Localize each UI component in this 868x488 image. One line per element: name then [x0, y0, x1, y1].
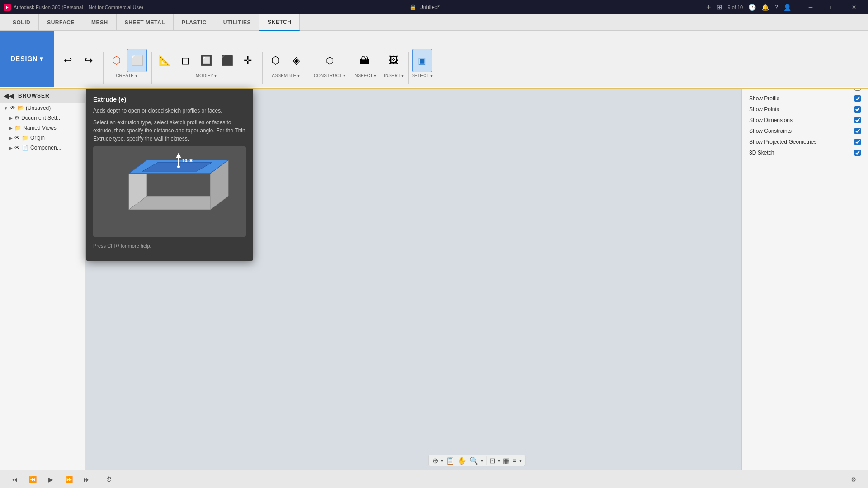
minimize-button[interactable]: ─ [800, 0, 821, 14]
3d-sketch-row: 3D Sketch [742, 147, 868, 158]
insert-label[interactable]: INSERT ▾ [384, 73, 404, 78]
tab-mesh[interactable]: MESH [83, 14, 117, 31]
folder-icon: 📁 [14, 125, 21, 131]
create-btn2[interactable]: ⬜ [127, 49, 147, 72]
snap-icon[interactable]: ⊕ [432, 456, 438, 465]
tab-plastic[interactable]: PLASTIC [174, 14, 215, 31]
tab-sketch[interactable]: SKETCH [259, 14, 300, 31]
sidebar-item-document[interactable]: ▶ ⚙ Document Sett... [0, 113, 85, 123]
show-constraints-row: Show Constraints [742, 126, 868, 136]
show-constraints-checkbox[interactable] [854, 128, 861, 134]
gear-icon: ⚙ [14, 115, 19, 121]
display-icon[interactable]: ≡ [512, 456, 516, 465]
timeline-button[interactable]: ⏱ [102, 473, 116, 486]
create-btn1[interactable]: ⬡ [106, 49, 126, 72]
view-dropdown[interactable]: ▾ [498, 458, 500, 463]
construct-label[interactable]: CONSTRUCT ▾ [314, 73, 345, 78]
grid-icon[interactable]: ▦ [503, 456, 509, 465]
expand-icon: ▶ [9, 136, 13, 141]
show-profile-checkbox[interactable] [854, 95, 861, 102]
clock-icon[interactable]: 🕐 [748, 4, 756, 11]
sep1 [103, 52, 104, 84]
bell-icon[interactable]: 🔔 [761, 4, 769, 11]
assemble-btn2[interactable]: ◈ [286, 49, 306, 72]
insert-btn1[interactable]: 🖼 [384, 49, 404, 72]
view-icon[interactable]: ⊡ [489, 456, 495, 465]
show-points-checkbox[interactable] [854, 106, 861, 113]
sidebar-item-component[interactable]: ▶ 👁 📄 Componen... [0, 143, 85, 153]
tooltip-image: 10.00 [93, 146, 246, 237]
modify-btn2[interactable]: ◻ [175, 49, 195, 72]
page-count: 9 of 10 [728, 5, 743, 10]
sep5 [350, 52, 350, 84]
sidebar-item-label: Componen... [30, 145, 61, 151]
expand-icon: ▶ [9, 126, 13, 131]
sidebar-item-label: Document Sett... [21, 115, 61, 121]
3d-sketch-checkbox[interactable] [854, 150, 861, 156]
zoom-dropdown[interactable]: ▾ [481, 458, 483, 463]
construct-group: ⬡ CONSTRUCT ▾ [314, 49, 345, 78]
sidebar-item-named-views[interactable]: ▶ 📁 Named Views [0, 123, 85, 133]
play-button[interactable]: ▶ [43, 473, 58, 486]
sidebar-item-unsaved[interactable]: ▼ 👁 📂 (Unsaved) [0, 103, 85, 113]
zoom-icon[interactable]: 🔍 [469, 456, 478, 465]
assemble-btn1[interactable]: ⬡ [265, 49, 285, 72]
tab-bar: SOLID SURFACE MESH SHEET METAL PLASTIC U… [0, 14, 868, 31]
svg-point-37 [177, 165, 180, 168]
modify-btn1[interactable]: 📐 [155, 49, 175, 72]
modify-btn5[interactable]: ✛ [238, 49, 258, 72]
window-controls: ─ □ ✕ [800, 0, 864, 14]
eye-icon: 👁 [14, 145, 20, 151]
select-label[interactable]: SELECT ▾ [411, 73, 433, 78]
modify-btn3[interactable]: 🔲 [196, 49, 216, 72]
display-dropdown[interactable]: ▾ [519, 458, 522, 463]
sep6 [381, 52, 381, 84]
assemble-label[interactable]: ASSEMBLE ▾ [272, 73, 300, 78]
tooltip-hint: Press Ctrl+/ for more help. [93, 242, 246, 250]
show-projected-checkbox[interactable] [854, 139, 861, 145]
next-button[interactable]: ⏩ [61, 473, 76, 486]
settings-button[interactable]: ⚙ [846, 473, 861, 486]
inspect-btn1[interactable]: 🏔 [355, 49, 375, 72]
sidebar-item-origin[interactable]: ▶ 👁 📁 Origin [0, 133, 85, 143]
pan-icon[interactable]: ✋ [458, 456, 467, 465]
sep2 [151, 52, 152, 84]
expand-icon: ▶ [9, 145, 13, 150]
modify-btn4[interactable]: ⬛ [217, 49, 237, 72]
end-button[interactable]: ⏭ [80, 473, 94, 486]
modify-group: 📐 ◻ 🔲 ⬛ ✛ MODIFY ▾ [155, 49, 258, 78]
show-constraints-label: Show Constraints [749, 128, 792, 134]
eye-icon: 👁 [10, 105, 15, 111]
bottom-sep1 [486, 456, 486, 465]
design-button[interactable]: DESIGN ▾ [0, 31, 54, 87]
toolbar-area: SOLID SURFACE MESH SHEET METAL PLASTIC U… [0, 14, 868, 87]
lock-icon: 🔒 [410, 4, 416, 10]
tab-surface[interactable]: SURFACE [39, 14, 83, 31]
modify-label[interactable]: MODIFY ▾ [196, 73, 217, 78]
nav-back-icon[interactable]: ◀◀ [4, 92, 14, 99]
add-icon[interactable]: + [706, 3, 711, 12]
tab-utilities[interactable]: UTILITIES [215, 14, 259, 31]
undo-button[interactable]: ↩ [58, 49, 78, 72]
maximize-button[interactable]: □ [822, 0, 843, 14]
help-icon[interactable]: ? [774, 4, 778, 11]
tooltip-desc2: Select an extrusion type, select sketch … [93, 118, 246, 143]
prev-button[interactable]: ⏪ [25, 473, 40, 486]
user-icon[interactable]: 👤 [783, 4, 791, 11]
close-button[interactable]: ✕ [844, 0, 864, 14]
construct-btn1[interactable]: ⬡ [320, 49, 340, 72]
tab-sheet-metal[interactable]: SHEET METAL [117, 14, 174, 31]
show-dimensions-checkbox[interactable] [854, 117, 861, 123]
show-dimensions-label: Show Dimensions [749, 117, 793, 123]
rewind-button[interactable]: ⏮ [7, 473, 22, 486]
sidebar-item-label: Origin [30, 135, 45, 141]
show-points-row: Show Points [742, 104, 868, 115]
redo-button[interactable]: ↪ [79, 49, 99, 72]
select-btn1[interactable]: ▣ [412, 49, 432, 72]
dropdown-arrow[interactable]: ▾ [441, 458, 443, 463]
create-label[interactable]: CREATE ▾ [116, 73, 137, 78]
inspect-label[interactable]: INSPECT ▾ [353, 73, 376, 78]
grid-icon[interactable]: ⊞ [717, 3, 722, 11]
tab-solid[interactable]: SOLID [5, 14, 39, 31]
copy-icon[interactable]: 📋 [446, 456, 455, 465]
